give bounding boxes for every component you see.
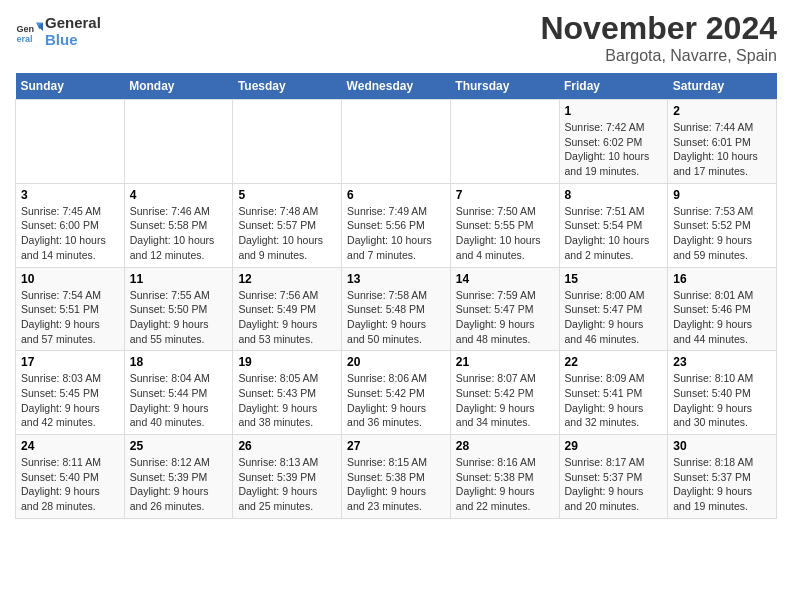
day-number: 6 <box>347 188 445 202</box>
calendar-cell: 8Sunrise: 7:51 AMSunset: 5:54 PMDaylight… <box>559 183 668 267</box>
weekday-header-monday: Monday <box>124 73 233 100</box>
day-number: 29 <box>565 439 663 453</box>
day-info: Sunrise: 8:16 AMSunset: 5:38 PMDaylight:… <box>456 455 554 514</box>
calendar-cell: 16Sunrise: 8:01 AMSunset: 5:46 PMDayligh… <box>668 267 777 351</box>
calendar-cell: 4Sunrise: 7:46 AMSunset: 5:58 PMDaylight… <box>124 183 233 267</box>
day-info: Sunrise: 7:51 AMSunset: 5:54 PMDaylight:… <box>565 204 663 263</box>
day-number: 14 <box>456 272 554 286</box>
day-number: 13 <box>347 272 445 286</box>
calendar-cell: 27Sunrise: 8:15 AMSunset: 5:38 PMDayligh… <box>342 435 451 519</box>
calendar-week-row: 24Sunrise: 8:11 AMSunset: 5:40 PMDayligh… <box>16 435 777 519</box>
day-info: Sunrise: 7:45 AMSunset: 6:00 PMDaylight:… <box>21 204 119 263</box>
day-number: 15 <box>565 272 663 286</box>
calendar-cell: 12Sunrise: 7:56 AMSunset: 5:49 PMDayligh… <box>233 267 342 351</box>
day-number: 8 <box>565 188 663 202</box>
calendar-cell: 15Sunrise: 8:00 AMSunset: 5:47 PMDayligh… <box>559 267 668 351</box>
day-info: Sunrise: 7:49 AMSunset: 5:56 PMDaylight:… <box>347 204 445 263</box>
calendar-cell: 19Sunrise: 8:05 AMSunset: 5:43 PMDayligh… <box>233 351 342 435</box>
day-number: 25 <box>130 439 228 453</box>
day-number: 27 <box>347 439 445 453</box>
day-info: Sunrise: 7:44 AMSunset: 6:01 PMDaylight:… <box>673 120 771 179</box>
day-number: 23 <box>673 355 771 369</box>
calendar-cell: 13Sunrise: 7:58 AMSunset: 5:48 PMDayligh… <box>342 267 451 351</box>
calendar-cell: 5Sunrise: 7:48 AMSunset: 5:57 PMDaylight… <box>233 183 342 267</box>
day-info: Sunrise: 8:01 AMSunset: 5:46 PMDaylight:… <box>673 288 771 347</box>
day-number: 16 <box>673 272 771 286</box>
day-info: Sunrise: 7:55 AMSunset: 5:50 PMDaylight:… <box>130 288 228 347</box>
day-info: Sunrise: 7:53 AMSunset: 5:52 PMDaylight:… <box>673 204 771 263</box>
day-info: Sunrise: 7:42 AMSunset: 6:02 PMDaylight:… <box>565 120 663 179</box>
day-number: 19 <box>238 355 336 369</box>
day-info: Sunrise: 7:58 AMSunset: 5:48 PMDaylight:… <box>347 288 445 347</box>
day-info: Sunrise: 8:13 AMSunset: 5:39 PMDaylight:… <box>238 455 336 514</box>
calendar-cell: 22Sunrise: 8:09 AMSunset: 5:41 PMDayligh… <box>559 351 668 435</box>
day-info: Sunrise: 8:04 AMSunset: 5:44 PMDaylight:… <box>130 371 228 430</box>
calendar-cell <box>450 100 559 184</box>
day-number: 4 <box>130 188 228 202</box>
day-number: 18 <box>130 355 228 369</box>
calendar-cell <box>16 100 125 184</box>
weekday-header-wednesday: Wednesday <box>342 73 451 100</box>
calendar-cell: 6Sunrise: 7:49 AMSunset: 5:56 PMDaylight… <box>342 183 451 267</box>
day-number: 30 <box>673 439 771 453</box>
logo: Gen eral General Blue <box>15 14 101 48</box>
calendar-week-row: 17Sunrise: 8:03 AMSunset: 5:45 PMDayligh… <box>16 351 777 435</box>
day-info: Sunrise: 8:11 AMSunset: 5:40 PMDaylight:… <box>21 455 119 514</box>
calendar-cell: 26Sunrise: 8:13 AMSunset: 5:39 PMDayligh… <box>233 435 342 519</box>
day-info: Sunrise: 8:12 AMSunset: 5:39 PMDaylight:… <box>130 455 228 514</box>
day-number: 5 <box>238 188 336 202</box>
header: Gen eral General Blue November 2024 Barg… <box>15 10 777 65</box>
calendar-cell: 7Sunrise: 7:50 AMSunset: 5:55 PMDaylight… <box>450 183 559 267</box>
day-info: Sunrise: 8:00 AMSunset: 5:47 PMDaylight:… <box>565 288 663 347</box>
calendar-cell <box>233 100 342 184</box>
calendar-cell: 24Sunrise: 8:11 AMSunset: 5:40 PMDayligh… <box>16 435 125 519</box>
day-info: Sunrise: 7:50 AMSunset: 5:55 PMDaylight:… <box>456 204 554 263</box>
weekday-header-tuesday: Tuesday <box>233 73 342 100</box>
day-info: Sunrise: 7:56 AMSunset: 5:49 PMDaylight:… <box>238 288 336 347</box>
weekday-header-sunday: Sunday <box>16 73 125 100</box>
calendar-cell: 30Sunrise: 8:18 AMSunset: 5:37 PMDayligh… <box>668 435 777 519</box>
calendar-cell: 1Sunrise: 7:42 AMSunset: 6:02 PMDaylight… <box>559 100 668 184</box>
day-info: Sunrise: 7:54 AMSunset: 5:51 PMDaylight:… <box>21 288 119 347</box>
day-info: Sunrise: 8:10 AMSunset: 5:40 PMDaylight:… <box>673 371 771 430</box>
weekday-header-row: SundayMondayTuesdayWednesdayThursdayFrid… <box>16 73 777 100</box>
weekday-header-friday: Friday <box>559 73 668 100</box>
day-info: Sunrise: 8:09 AMSunset: 5:41 PMDaylight:… <box>565 371 663 430</box>
day-number: 10 <box>21 272 119 286</box>
svg-text:eral: eral <box>16 34 32 44</box>
day-info: Sunrise: 8:18 AMSunset: 5:37 PMDaylight:… <box>673 455 771 514</box>
day-number: 1 <box>565 104 663 118</box>
day-number: 28 <box>456 439 554 453</box>
calendar-cell: 20Sunrise: 8:06 AMSunset: 5:42 PMDayligh… <box>342 351 451 435</box>
calendar-cell: 11Sunrise: 7:55 AMSunset: 5:50 PMDayligh… <box>124 267 233 351</box>
day-info: Sunrise: 8:06 AMSunset: 5:42 PMDaylight:… <box>347 371 445 430</box>
day-info: Sunrise: 8:05 AMSunset: 5:43 PMDaylight:… <box>238 371 336 430</box>
day-number: 9 <box>673 188 771 202</box>
calendar-cell: 25Sunrise: 8:12 AMSunset: 5:39 PMDayligh… <box>124 435 233 519</box>
logo-icon: Gen eral <box>15 17 43 45</box>
calendar-cell: 21Sunrise: 8:07 AMSunset: 5:42 PMDayligh… <box>450 351 559 435</box>
day-info: Sunrise: 7:48 AMSunset: 5:57 PMDaylight:… <box>238 204 336 263</box>
day-number: 24 <box>21 439 119 453</box>
calendar-week-row: 1Sunrise: 7:42 AMSunset: 6:02 PMDaylight… <box>16 100 777 184</box>
calendar-cell: 23Sunrise: 8:10 AMSunset: 5:40 PMDayligh… <box>668 351 777 435</box>
calendar-cell: 14Sunrise: 7:59 AMSunset: 5:47 PMDayligh… <box>450 267 559 351</box>
calendar-cell: 28Sunrise: 8:16 AMSunset: 5:38 PMDayligh… <box>450 435 559 519</box>
month-year-title: November 2024 <box>540 10 777 47</box>
calendar-cell: 2Sunrise: 7:44 AMSunset: 6:01 PMDaylight… <box>668 100 777 184</box>
day-info: Sunrise: 8:07 AMSunset: 5:42 PMDaylight:… <box>456 371 554 430</box>
day-number: 21 <box>456 355 554 369</box>
calendar-cell: 29Sunrise: 8:17 AMSunset: 5:37 PMDayligh… <box>559 435 668 519</box>
day-number: 7 <box>456 188 554 202</box>
location-subtitle: Bargota, Navarre, Spain <box>540 47 777 65</box>
day-number: 26 <box>238 439 336 453</box>
weekday-header-saturday: Saturday <box>668 73 777 100</box>
weekday-header-thursday: Thursday <box>450 73 559 100</box>
day-info: Sunrise: 8:15 AMSunset: 5:38 PMDaylight:… <box>347 455 445 514</box>
day-info: Sunrise: 7:46 AMSunset: 5:58 PMDaylight:… <box>130 204 228 263</box>
day-number: 17 <box>21 355 119 369</box>
calendar-table: SundayMondayTuesdayWednesdayThursdayFrid… <box>15 73 777 519</box>
day-number: 11 <box>130 272 228 286</box>
calendar-cell: 10Sunrise: 7:54 AMSunset: 5:51 PMDayligh… <box>16 267 125 351</box>
day-info: Sunrise: 7:59 AMSunset: 5:47 PMDaylight:… <box>456 288 554 347</box>
